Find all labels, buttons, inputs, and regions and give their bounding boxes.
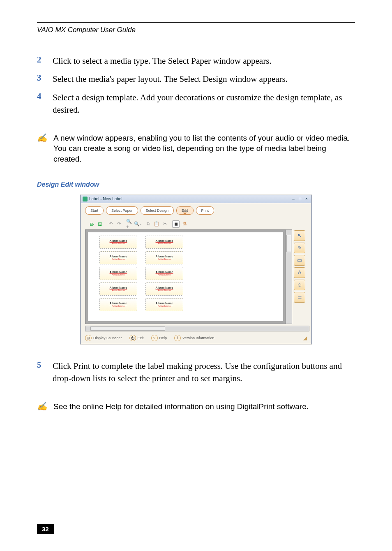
version-info-link[interactable]: i Version Information (174, 335, 214, 341)
label-cell[interactable]: Album NameArtist Name (145, 282, 183, 296)
wizard-steps-bar: Start Select Paper Select Design Edit Pr… (81, 203, 311, 218)
resize-grip-icon[interactable]: ◢ (303, 335, 307, 341)
close-button[interactable]: × (304, 197, 309, 201)
step-text: Click Print to complete the label making… (53, 360, 355, 385)
label-cell[interactable]: Album NameArtist Name (145, 251, 183, 264)
exit-link[interactable]: ⏻ Exit (129, 335, 144, 341)
minimize-button[interactable]: – (291, 197, 296, 201)
list-tool-icon[interactable]: ≣ (294, 292, 305, 303)
redo-icon[interactable]: ↷ (115, 221, 122, 227)
window-footer: ⊞ Display Launcher ⏻ Exit ? Help i Versi… (81, 332, 311, 344)
window-title: Label - New Label (89, 197, 122, 201)
undo-icon[interactable]: ↶ (107, 221, 114, 227)
open-icon[interactable]: 🗁 (88, 221, 95, 227)
pen-tool-icon[interactable]: ✎ (294, 243, 305, 253)
steps-list: 2 Click to select a media type. The Sele… (37, 55, 355, 116)
note-text: See the online Help for detailed informa… (53, 401, 309, 412)
label-cell[interactable]: Album NameArtist Name (145, 298, 183, 311)
steps-list-continued: 5 Click Print to complete the label maki… (37, 360, 355, 385)
zoom-in-icon[interactable]: 🔍+ (126, 221, 133, 227)
label-cell[interactable]: Album NameArtist Name (145, 267, 183, 280)
note-text: A new window appears, enabling you to li… (53, 133, 355, 164)
print-icon[interactable]: 🖶 (181, 220, 188, 227)
label-cell[interactable]: Album NameArtist Name (99, 236, 137, 249)
display-launcher-link[interactable]: ⊞ Display Launcher (85, 335, 122, 341)
pointer-tool-icon[interactable]: ↖ (294, 230, 305, 241)
horizontal-scrollbar[interactable] (85, 326, 309, 331)
running-head: VAIO MX Computer User Guide (37, 26, 355, 34)
window-titlebar: Label - New Label – □ × (81, 195, 311, 203)
preview-icon[interactable]: ◼ (172, 220, 180, 228)
maximize-button[interactable]: □ (297, 197, 303, 201)
page-number: 32 (37, 524, 54, 534)
wizard-step-select-paper[interactable]: Select Paper (106, 206, 138, 215)
exit-icon: ⏻ (129, 335, 136, 341)
paste-icon[interactable]: 📋 (153, 221, 160, 227)
step-text: Select the media's paper layout. The Sel… (53, 73, 288, 85)
label-cell[interactable]: Album NameArtist Name (99, 282, 137, 296)
app-icon (83, 197, 88, 201)
design-edit-window: Label - New Label – □ × Start Select Pap… (81, 195, 311, 344)
design-canvas[interactable]: Album NameArtist Name Album NameArtist N… (85, 229, 286, 324)
step-text: Select a design template. Add your decor… (53, 91, 355, 116)
wizard-step-select-design[interactable]: Select Design (141, 206, 174, 215)
text-tool-icon[interactable]: A (294, 267, 305, 278)
launcher-icon: ⊞ (85, 335, 92, 341)
label-cell[interactable]: Album NameArtist Name (145, 236, 183, 249)
note-block: ✍ A new window appears, enabling you to … (37, 133, 355, 164)
zoom-out-icon[interactable]: 🔍- (134, 221, 141, 227)
help-link[interactable]: ? Help (151, 335, 167, 341)
figure-caption: Design Edit window (37, 181, 355, 188)
vertical-scrollbar[interactable] (286, 229, 292, 324)
side-toolbox: ↖ ✎ ▭ A ☺ ≣ (292, 229, 309, 324)
step-text: Click to select a media type. The Select… (53, 55, 272, 67)
step-number: 4 (37, 91, 53, 116)
copy-icon[interactable]: ⧉ (145, 221, 152, 227)
step-number: 5 (37, 360, 53, 385)
label-cell[interactable]: Album NameArtist Name (99, 267, 137, 280)
cut-icon[interactable]: ✂ (161, 221, 168, 227)
note-block: ✍ See the online Help for detailed infor… (37, 401, 355, 412)
label-cell[interactable]: Album NameArtist Name (99, 251, 137, 264)
info-icon: i (174, 335, 181, 341)
label-cell[interactable]: Album NameArtist Name (99, 298, 137, 311)
note-icon: ✍ (37, 133, 53, 143)
image-tool-icon[interactable]: ☺ (294, 280, 305, 290)
note-icon: ✍ (37, 401, 53, 411)
wizard-step-print[interactable]: Print (196, 206, 214, 215)
step-number: 3 (37, 73, 53, 85)
step-number: 2 (37, 55, 53, 67)
help-icon: ? (151, 335, 158, 341)
save-icon[interactable]: 🖫 (97, 221, 103, 227)
wizard-step-start[interactable]: Start (85, 206, 104, 215)
shape-tool-icon[interactable]: ▭ (294, 255, 305, 266)
wizard-step-edit[interactable]: Edit (176, 206, 194, 215)
editor-toolbar: 🗁 🖫 ↶ ↷ 🔍+ 🔍- ⧉ 📋 ✂ ◼ � (81, 218, 311, 229)
